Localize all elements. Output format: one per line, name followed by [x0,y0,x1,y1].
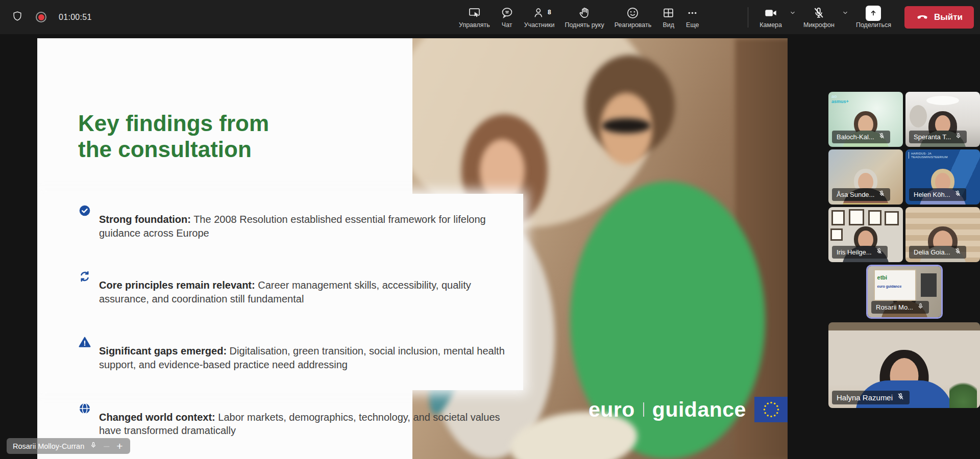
participant-tile-baloch[interactable]: ao asmus+ Baloch-Kal... [828,92,903,147]
wall-mirror [910,105,927,128]
mic-muted-icon [875,247,883,257]
microphone-button[interactable]: Микрофон [800,4,838,31]
raise-hand-icon [578,6,592,20]
chat-icon [500,6,514,20]
microphone-options-chevron-icon[interactable] [841,8,850,19]
meeting-timer: 01:00:51 [59,13,92,22]
participant-tile-iris[interactable]: Iris Heilge... [828,207,903,262]
share-icon [866,6,881,20]
mic-muted-icon [878,132,886,142]
bullet-core-principles: Core principles remain relevant: Career … [78,268,509,316]
refresh-icon [78,268,91,316]
shield-icon [11,10,23,24]
warning-triangle-icon [78,334,91,381]
ceiling-lamp [926,96,959,105]
zoom-out-button[interactable]: – [103,440,110,452]
share-button[interactable]: Поделиться [853,4,894,31]
participant-tile-helen[interactable]: Haridus- ja Teadusministeerium Helen Köh… [905,149,980,205]
mic-on-icon [917,302,924,312]
participant-name-pill: Iris Heilge... [832,246,888,259]
mic-on-icon [954,132,962,142]
presenter-name: Rosarii Molloy-Curran [13,442,84,450]
participant-tile-speranta[interactable]: Speranta T... [905,92,980,147]
slide-bullet-list: Strong foundation: The 2008 Resolution e… [78,202,509,459]
bullet-changed-world: Changed world context: Labor markets, de… [78,400,509,448]
participant-name-pill: Delia Goia... [909,246,966,259]
bullet-strong-foundation: Strong foundation: The 2008 Resolution e… [78,202,509,250]
ministry-backdrop-text: Haridus- ja Teadusministeerium [909,152,948,159]
bullet-significant-gaps: Significant gaps emerged: Digitalisation… [78,334,509,381]
mic-on-icon [89,441,97,451]
participant-name-pill: Baloch-Kal... [832,131,890,143]
shared-screen-slide: Key findings from the consultation Stron… [37,38,788,459]
toolbar-center-group: Управлять Чат 8 Участники Поднять рук [456,0,702,34]
mic-muted-icon [954,247,962,257]
picture-frames [828,207,903,240]
view-button[interactable]: Вид [658,4,678,31]
react-button[interactable]: Реагировать [611,4,655,31]
microphone-muted-icon [812,6,826,20]
whiteboard-backdrop: etbi euro guidance [874,269,917,301]
manage-button[interactable]: Управлять [456,4,493,31]
participant-tile-rosarii-active-speaker[interactable]: etbi euro guidance Rosarii Mo... [866,265,943,319]
camera-icon [763,6,778,20]
raise-hand-button[interactable]: Поднять руку [561,4,607,31]
toolbar-right-group: Камера Микрофон Поделиться [748,0,974,34]
react-smiley-icon [626,6,640,20]
recording-indicator-icon [36,12,46,22]
hang-up-icon [916,10,929,24]
camera-options-chevron-icon[interactable] [788,8,797,19]
participant-name-pill: Helen Köh... [909,188,966,201]
screen-control-icon [468,6,481,20]
meeting-toolbar: 01:00:51 Управлять Чат 8 Участник [0,0,980,34]
slide-title: Key findings from the consultation [78,111,269,162]
view-grid-icon [662,6,675,20]
participant-name-pill: Halyna Razumei [832,391,910,404]
zoom-in-button[interactable]: + [115,440,124,452]
toolbar-left-group: 01:00:51 [11,0,92,34]
mic-muted-icon [954,190,962,199]
office-monitor [921,273,937,297]
chat-button[interactable]: Чат [497,4,517,31]
participant-tile-asa[interactable]: Åsa Sunde... [828,149,903,205]
photo-man-glasses [602,118,651,133]
presenter-name-pill: Rosarii Molloy-Curran – + [7,438,130,454]
meeting-stage: Key findings from the consultation Stron… [0,34,980,459]
logo-divider [643,402,644,417]
photo-woman-face [480,139,525,202]
erasmus-backdrop-text: ao asmus+ [831,94,849,105]
plant-decor [949,377,977,408]
people-icon: 8 [532,6,546,20]
euroguidance-logo: euro guidance [589,397,788,422]
eu-flag-icon [754,397,788,422]
participants-button[interactable]: 8 Участники [521,4,558,31]
participant-tile-delia[interactable]: Delia Goia... [905,207,980,262]
participants-count-badge: 8 [548,9,551,16]
more-button[interactable]: Еще [682,4,702,31]
participant-name-pill: Åsa Sunde... [832,188,890,201]
meeting-window: 01:00:51 Управлять Чат 8 Участник [0,0,980,459]
toolbar-divider [748,7,748,28]
leave-button[interactable]: Выйти [904,6,974,29]
check-circle-icon [78,202,91,250]
camera-button[interactable]: Камера [756,4,785,31]
mic-muted-icon [878,190,886,199]
participant-name-pill: Speranta T... [909,131,967,143]
participant-tile-halyna[interactable]: Halyna Razumei [828,322,980,408]
participant-name-pill: Rosarii Mo... [871,301,929,314]
more-ellipsis-icon [685,6,699,20]
mic-muted-icon [896,392,905,403]
